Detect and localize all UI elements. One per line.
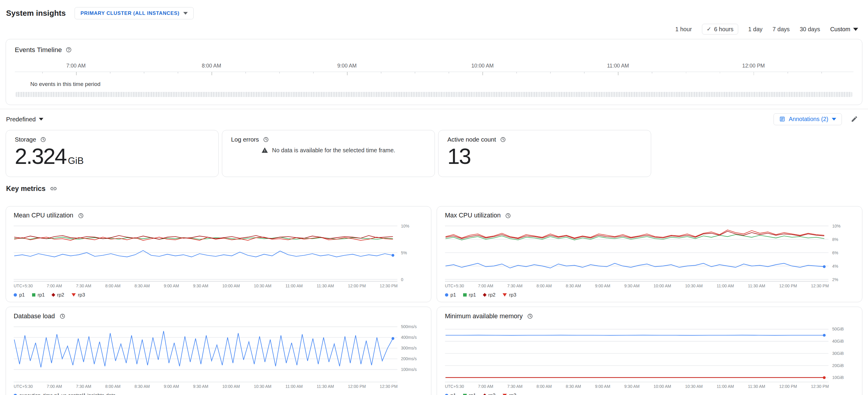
annotations-label: Annotations (2) bbox=[789, 116, 828, 122]
system-insights-page: System insights PRIMARY CLUSTER (ALL INS… bbox=[0, 0, 868, 395]
x-axis-label: 7:30 AM bbox=[507, 384, 522, 389]
legend-triangle-icon bbox=[71, 293, 76, 297]
legend-label: rp3 bbox=[509, 292, 516, 298]
timeline-tick bbox=[381, 72, 381, 74]
legend-item[interactable]: rp2 bbox=[52, 292, 64, 298]
legend-label: rp2 bbox=[57, 292, 64, 298]
legend-circle-icon bbox=[14, 293, 17, 297]
help-icon[interactable] bbox=[66, 47, 72, 53]
x-axis-label: 8:30 AM bbox=[134, 384, 150, 389]
edit-button[interactable] bbox=[851, 115, 858, 122]
predefined-label: Predefined bbox=[6, 116, 36, 123]
legend-item[interactable]: execution_time p1 us-central1 insights-d… bbox=[14, 393, 116, 395]
stat-card-title: Active node count bbox=[447, 136, 496, 143]
x-axis-label: 11:00 AM bbox=[285, 384, 303, 389]
chevron-down-icon bbox=[853, 28, 858, 31]
x-axis-label: 12:00 PM bbox=[779, 384, 797, 389]
timeline-hour-label: 12:00 PM bbox=[742, 63, 765, 69]
x-axis-label: 11:30 AM bbox=[748, 283, 765, 288]
y-axis-label: 4% bbox=[832, 264, 838, 269]
x-axis-label: 7:00 AM bbox=[478, 283, 493, 288]
legend-item[interactable]: rp3 bbox=[503, 393, 516, 395]
predefined-dropdown[interactable]: Predefined bbox=[6, 116, 44, 123]
x-axis-label: 11:00 AM bbox=[285, 283, 303, 288]
legend-item[interactable]: rp3 bbox=[503, 292, 516, 298]
chart-plot[interactable] bbox=[14, 325, 398, 383]
time-range-option[interactable]: 30 days bbox=[800, 26, 820, 33]
legend-item[interactable]: rp1 bbox=[32, 292, 45, 298]
x-axis-label: 8:00 AM bbox=[536, 283, 552, 288]
timeline-tick bbox=[822, 72, 822, 74]
x-axis-label: 10:30 AM bbox=[254, 283, 271, 288]
chart-legend: p1rp1rp2rp3 bbox=[445, 292, 855, 298]
x-axis-labels: UTC+5:307:00 AM7:30 AM8:00 AM8:30 AM9:00… bbox=[445, 384, 829, 389]
timeline-tick bbox=[686, 72, 686, 74]
x-axis-labels: UTC+5:307:00 AM7:30 AM8:00 AM8:30 AM9:00… bbox=[14, 283, 398, 288]
cluster-selector-button[interactable]: PRIMARY CLUSTER (ALL INSTANCES) bbox=[74, 7, 193, 19]
time-range-option[interactable]: 7 days bbox=[773, 26, 790, 33]
x-axis-label: 8:00 AM bbox=[536, 384, 552, 389]
stat-card-log-errors: Log errors No data is available for the … bbox=[222, 130, 435, 177]
events-timeline-title: Events Timeline bbox=[15, 46, 62, 54]
time-range-custom[interactable]: Custom bbox=[830, 26, 858, 33]
y-axis-labels: 10%8%6%4%2% bbox=[829, 224, 854, 282]
chart-title: Max CPU utilization bbox=[445, 212, 501, 219]
timeline-tick bbox=[652, 72, 652, 74]
x-axis-label: 11:00 AM bbox=[717, 384, 734, 389]
legend-circle-icon bbox=[14, 394, 17, 395]
clock-icon bbox=[505, 213, 511, 219]
stat-value: 2.324 bbox=[15, 144, 66, 168]
y-axis-label: 5% bbox=[401, 250, 407, 255]
legend-circle-icon bbox=[445, 293, 448, 297]
legend-triangle-icon bbox=[503, 293, 507, 297]
timeline-axis bbox=[15, 72, 854, 76]
metrics-toolbar: Predefined Annotations (2) bbox=[0, 109, 868, 129]
x-axis-label: 9:30 AM bbox=[624, 384, 639, 389]
chart-plot[interactable] bbox=[445, 224, 829, 282]
x-axis-label: 10:30 AM bbox=[685, 283, 703, 288]
chart-card-minimum-available-memory: Minimum available memory 50GiB40GiB30GiB… bbox=[437, 307, 862, 395]
legend-item[interactable]: rp1 bbox=[463, 292, 476, 298]
annotations-button[interactable]: Annotations (2) bbox=[774, 113, 842, 125]
time-range-option[interactable]: 1 day bbox=[748, 26, 763, 33]
key-metrics-header: Key metrics bbox=[6, 185, 868, 193]
legend-item[interactable]: p1 bbox=[445, 393, 456, 395]
chart-plot[interactable] bbox=[445, 325, 829, 383]
x-axis-label: 12:00 PM bbox=[348, 283, 366, 288]
x-axis-label: 11:00 AM bbox=[717, 283, 734, 288]
x-axis-label: 8:30 AM bbox=[566, 384, 581, 389]
annotations-icon bbox=[779, 116, 785, 122]
legend-item[interactable]: rp1 bbox=[463, 393, 476, 395]
cluster-selector-label: PRIMARY CLUSTER (ALL INSTANCES) bbox=[81, 10, 179, 16]
edit-pencil-icon bbox=[851, 115, 858, 122]
legend-item[interactable]: rp3 bbox=[71, 292, 85, 298]
legend-item[interactable]: rp2 bbox=[483, 292, 495, 298]
timeline-tick bbox=[347, 72, 347, 75]
legend-item[interactable]: p1 bbox=[445, 292, 456, 298]
x-axis-label: 9:00 AM bbox=[164, 283, 179, 288]
x-axis-label: 10:30 AM bbox=[254, 384, 271, 389]
x-axis-label: UTC+5:30 bbox=[445, 384, 464, 389]
timeline-tick bbox=[313, 72, 314, 74]
time-range-option[interactable]: ✓6 hours bbox=[702, 24, 738, 34]
y-axis-label: 50GiB bbox=[832, 327, 844, 331]
clock-icon bbox=[263, 137, 269, 143]
x-axis-label: 12:30 PM bbox=[380, 283, 398, 288]
time-range-option[interactable]: 1 hour bbox=[675, 26, 692, 33]
link-icon[interactable] bbox=[50, 185, 57, 192]
x-axis-label: 10:00 AM bbox=[222, 283, 240, 288]
x-axis-label: 12:30 PM bbox=[811, 283, 829, 288]
chart-plot[interactable] bbox=[14, 224, 398, 282]
x-axis-label: 7:00 AM bbox=[478, 384, 493, 389]
y-axis-labels: 10%5%0 bbox=[398, 224, 423, 282]
x-axis-label: 11:30 AM bbox=[317, 283, 334, 288]
clock-icon bbox=[500, 137, 506, 143]
x-axis-label: 8:00 AM bbox=[105, 384, 120, 389]
timeline-tick bbox=[144, 72, 144, 74]
chart-title: Database load bbox=[14, 313, 55, 320]
legend-item[interactable]: rp2 bbox=[483, 393, 495, 395]
y-axis-label: 20GiB bbox=[832, 363, 844, 368]
legend-item[interactable]: p1 bbox=[14, 292, 25, 298]
y-axis-label: 40GiB bbox=[832, 339, 844, 343]
check-icon: ✓ bbox=[707, 26, 711, 32]
